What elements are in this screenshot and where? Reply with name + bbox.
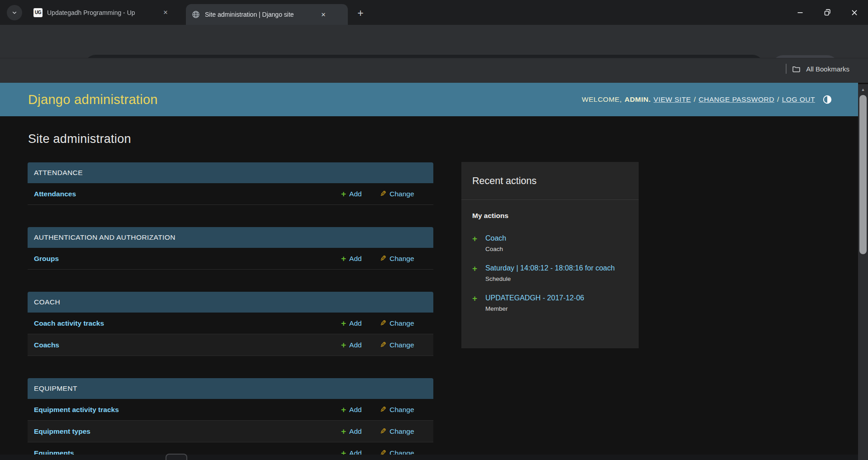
pencil-icon: ✎ bbox=[380, 341, 386, 349]
model-link[interactable]: Coach activity tracks bbox=[34, 319, 341, 327]
app-list: Site administration ATTENDANCE Attendanc… bbox=[28, 132, 433, 460]
plus-icon: + bbox=[472, 264, 477, 274]
add-link[interactable]: +Add bbox=[341, 341, 380, 349]
tab-close-icon[interactable]: ✕ bbox=[160, 7, 171, 18]
scrollbar-thumb[interactable] bbox=[859, 95, 867, 254]
plus-icon: + bbox=[341, 405, 346, 414]
tab-strip: UG Updategadh Programming - Up ✕ Site ad… bbox=[0, 0, 868, 25]
module-auth: AUTHENTICATION AND AUTHORIZATION Groups … bbox=[28, 227, 433, 270]
minimize-button[interactable] bbox=[787, 0, 814, 25]
module-caption: EQUIPMENT bbox=[28, 378, 433, 399]
action-type: Member bbox=[485, 305, 628, 313]
add-link[interactable]: +Add bbox=[341, 254, 380, 263]
plus-icon: + bbox=[341, 254, 346, 263]
folder-icon bbox=[792, 64, 801, 74]
action-list: + Coach Coach + Saturday | 14:08:12 - 18… bbox=[472, 233, 628, 313]
site-brand-link[interactable]: Django administration bbox=[28, 92, 158, 107]
tab-close-icon[interactable]: ✕ bbox=[318, 9, 329, 20]
model-row: Attendances +Add ✎Change bbox=[28, 183, 433, 205]
model-link[interactable]: Attendances bbox=[34, 190, 341, 198]
admin-header: Django administration WELCOME, ADMIN. VI… bbox=[0, 83, 858, 116]
restore-icon bbox=[822, 8, 832, 18]
add-link[interactable]: +Add bbox=[341, 405, 380, 414]
change-link[interactable]: ✎Change bbox=[380, 255, 427, 263]
browser-window: UG Updategadh Programming - Up ✕ Site ad… bbox=[0, 0, 868, 460]
model-link[interactable]: Equipment types bbox=[34, 427, 341, 436]
separator: / bbox=[694, 95, 696, 104]
username-text: ADMIN. bbox=[625, 95, 651, 104]
pencil-icon: ✎ bbox=[380, 319, 386, 327]
tab-django-admin[interactable]: Site administration | Django site ✕ bbox=[186, 4, 348, 25]
logout-link[interactable]: LOG OUT bbox=[782, 95, 815, 104]
action-link[interactable]: Coach bbox=[485, 233, 628, 243]
taskbar-peek bbox=[166, 454, 187, 460]
change-link[interactable]: ✎Change bbox=[380, 427, 427, 436]
pencil-icon: ✎ bbox=[380, 190, 386, 198]
welcome-text: WELCOME, bbox=[582, 95, 621, 104]
plus-icon: + bbox=[341, 341, 346, 349]
updategadh-favicon: UG bbox=[33, 8, 43, 17]
all-bookmarks-button[interactable]: All Bookmarks bbox=[806, 65, 849, 73]
model-row: Coach activity tracks +Add ✎Change bbox=[28, 313, 433, 334]
plus-icon: + bbox=[341, 190, 346, 198]
plus-icon: + bbox=[472, 294, 477, 304]
model-row: Equipment activity tracks +Add ✎Change bbox=[28, 399, 433, 421]
model-row: Equipment types +Add ✎Change bbox=[28, 421, 433, 442]
plus-icon: + bbox=[472, 234, 477, 244]
recent-actions-panel: Recent actions My actions + Coach Coach … bbox=[461, 162, 639, 348]
bookmarks-divider bbox=[786, 64, 787, 74]
new-tab-button[interactable]: + bbox=[354, 6, 367, 20]
list-item: + Saturday | 14:08:12 - 18:08:16 for coa… bbox=[472, 263, 628, 283]
module-caption: ATTENDANCE bbox=[28, 162, 433, 183]
add-link[interactable]: +Add bbox=[341, 190, 380, 198]
page-title: Site administration bbox=[28, 132, 433, 146]
model-link[interactable]: Coachs bbox=[34, 341, 341, 349]
module-caption: COACH bbox=[28, 292, 433, 313]
model-link[interactable]: Groups bbox=[34, 255, 341, 263]
module-caption: AUTHENTICATION AND AUTHORIZATION bbox=[28, 227, 433, 248]
action-link[interactable]: Saturday | 14:08:12 - 18:08:16 for coach bbox=[485, 263, 628, 273]
add-link[interactable]: +Add bbox=[341, 427, 380, 436]
list-item: + Coach Coach bbox=[472, 233, 628, 253]
plus-icon: + bbox=[341, 319, 346, 327]
globe-favicon bbox=[191, 10, 200, 19]
change-link[interactable]: ✎Change bbox=[380, 319, 427, 327]
action-type: Coach bbox=[485, 245, 628, 253]
theme-toggle-button[interactable] bbox=[822, 95, 832, 104]
close-button[interactable] bbox=[841, 0, 868, 25]
change-link[interactable]: ✎Change bbox=[380, 341, 427, 349]
module-attendance: ATTENDANCE Attendances +Add ✎Change bbox=[28, 162, 433, 205]
model-row: Coachs +Add ✎Change bbox=[28, 334, 433, 356]
plus-icon: + bbox=[341, 427, 346, 436]
window-controls bbox=[787, 0, 868, 25]
my-actions-heading: My actions bbox=[472, 212, 628, 220]
change-link[interactable]: ✎Change bbox=[380, 406, 427, 414]
theme-toggle-icon bbox=[822, 95, 832, 104]
view-site-link[interactable]: VIEW SITE bbox=[654, 95, 691, 104]
tab-title: Site administration | Django site bbox=[205, 11, 318, 18]
browser-toolbar: 127.0.0.1:8000/admin/ ☆ Incognito bbox=[0, 25, 868, 58]
minimize-icon bbox=[795, 8, 805, 18]
add-link[interactable]: +Add bbox=[341, 319, 380, 327]
action-link[interactable]: UPDATEGADGH - 2017-12-06 bbox=[485, 293, 628, 303]
scroll-up-arrow[interactable]: ▲ bbox=[858, 84, 868, 92]
pencil-icon: ✎ bbox=[380, 255, 386, 262]
close-icon bbox=[849, 8, 859, 18]
list-item: + UPDATEGADGH - 2017-12-06 Member bbox=[472, 293, 628, 313]
user-tools: WELCOME, ADMIN. VIEW SITE / CHANGE PASSW… bbox=[582, 95, 832, 104]
model-link[interactable]: Equipment activity tracks bbox=[34, 406, 341, 414]
model-row: Groups +Add ✎Change bbox=[28, 248, 433, 270]
page-scrollbar[interactable]: ▲ bbox=[858, 84, 868, 460]
tab-search-button[interactable] bbox=[7, 5, 22, 20]
bottom-edge-strip bbox=[0, 455, 858, 460]
change-password-link[interactable]: CHANGE PASSWORD bbox=[699, 95, 774, 104]
pencil-icon: ✎ bbox=[380, 427, 386, 435]
module-coach: COACH Coach activity tracks +Add ✎Change… bbox=[28, 292, 433, 356]
pencil-icon: ✎ bbox=[380, 406, 386, 413]
change-link[interactable]: ✎Change bbox=[380, 190, 427, 198]
action-type: Schedule bbox=[485, 275, 628, 283]
bookmarks-bar: All Bookmarks bbox=[0, 58, 868, 83]
restore-button[interactable] bbox=[814, 0, 841, 25]
tab-updategadh[interactable]: UG Updategadh Programming - Up ✕ bbox=[29, 0, 183, 25]
recent-actions-title: Recent actions bbox=[461, 162, 639, 200]
